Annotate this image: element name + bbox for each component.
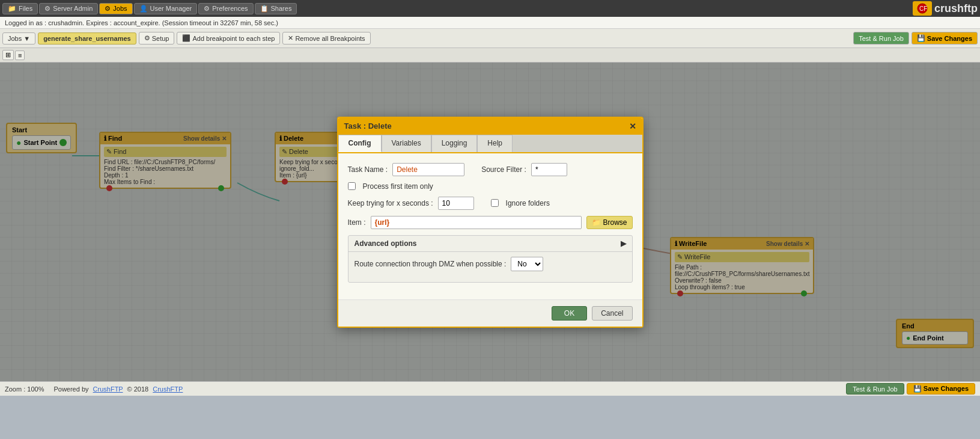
nav-files[interactable]: 📁 Files (2, 3, 38, 14)
svg-text:CF: CF (919, 5, 927, 12)
keep-trying-row: Keep trying for x seconds : Ignore folde… (348, 197, 633, 210)
modal-body: Task Name : Source Filter : Process firs… (338, 153, 642, 299)
advanced-section: Advanced options ▶ Route connection thro… (348, 235, 633, 283)
advanced-header[interactable]: Advanced options ▶ (348, 236, 632, 251)
save-changes-top-button[interactable]: 💾 Save Changes (912, 32, 978, 45)
tab-help[interactable]: Help (477, 135, 513, 152)
nav-server-admin[interactable]: ⚙ Server Admin (39, 3, 98, 14)
route-row: Route connection through DMZ when possib… (355, 257, 626, 271)
route-select[interactable]: No Yes (511, 257, 543, 271)
dropdown-icon: ▼ (23, 35, 30, 42)
modal-close-button[interactable]: ✕ (629, 121, 636, 131)
ok-button[interactable]: OK (552, 306, 587, 321)
app-name: crushftp (934, 2, 978, 15)
files-icon: 📁 (8, 5, 16, 13)
list-view-button[interactable]: ≡ (15, 51, 25, 60)
process-first-row: Process first item only (348, 182, 633, 191)
item-row: Item : 📁 Browse (348, 216, 633, 229)
shares-icon: 📋 (260, 5, 269, 13)
modal-footer: OK Cancel (338, 299, 642, 327)
save-icon: 💾 (917, 34, 925, 42)
setup-icon: ⚙ (144, 34, 150, 42)
modal-title-bar: Task : Delete ✕ (338, 118, 642, 135)
nav-user-manager[interactable]: 👤 User Manager (134, 3, 198, 14)
advanced-body: Route connection through DMZ when possib… (348, 251, 632, 282)
nav-shares[interactable]: 📋 Shares (255, 3, 297, 14)
add-breakpoint-button[interactable]: ⬛ Add breakpoint to each step (177, 32, 280, 45)
nav-preferences[interactable]: ⚙ Preferences (198, 3, 253, 14)
crushftp-link2[interactable]: CrushFTP (153, 385, 183, 393)
canvas: Start ● Start Point ℹ Find Show details … (0, 63, 980, 381)
breakpoint-icon: ⬛ (182, 34, 190, 42)
browse-button[interactable]: 📁 Browse (586, 216, 632, 229)
app-logo-icon: CF (913, 1, 932, 16)
process-first-checkbox[interactable] (348, 182, 356, 190)
jobs-icon: ⚙ (105, 5, 111, 13)
remove-icon: ✕ (288, 34, 293, 42)
item-input[interactable] (371, 216, 582, 229)
chevron-right-icon: ▶ (621, 239, 626, 248)
source-filter-input[interactable] (531, 163, 567, 176)
tab-config[interactable]: Config (338, 135, 382, 152)
folder-icon: 📁 (592, 218, 601, 227)
crushftp-link1[interactable]: CrushFTP (93, 385, 123, 393)
keep-trying-input[interactable] (438, 197, 474, 210)
modal: Task : Delete ✕ Config Variables Logging… (337, 117, 644, 328)
ignore-folders-checkbox[interactable] (491, 199, 499, 207)
pref-icon: ⚙ (204, 5, 210, 13)
small-toolbar: ⊞ ≡ (0, 48, 980, 63)
user-icon: 👤 (139, 5, 148, 13)
test-run-button[interactable]: Test & Run Job (853, 32, 909, 45)
modal-tabs: Config Variables Logging Help (338, 135, 642, 153)
status-bar: Logged in as : crushadmin. Expires : acc… (0, 17, 980, 29)
tab-logging[interactable]: Logging (431, 135, 478, 152)
server-icon: ⚙ (44, 5, 50, 13)
toolbar: Jobs ▼ generate_share_usernames ⚙ Setup … (0, 29, 980, 48)
modal-overlay: Task : Delete ✕ Config Variables Logging… (0, 63, 980, 381)
remove-breakpoints-button[interactable]: ✕ Remove all Breakpoints (282, 32, 370, 45)
grid-view-button[interactable]: ⊞ (2, 50, 14, 60)
save-bottom-icon: 💾 (913, 385, 922, 392)
tab-variables[interactable]: Variables (382, 135, 431, 152)
top-nav: 📁 Files ⚙ Server Admin ⚙ Jobs 👤 User Man… (0, 0, 980, 17)
setup-button[interactable]: ⚙ Setup (139, 32, 175, 45)
job-name: generate_share_usernames (38, 32, 136, 45)
save-changes-bottom-button[interactable]: 💾 Save Changes (907, 383, 975, 394)
test-run-bottom-button[interactable]: Test & Run Job (846, 383, 904, 394)
nav-jobs[interactable]: ⚙ Jobs (99, 3, 132, 14)
task-name-row: Task Name : Source Filter : (348, 163, 633, 176)
cancel-button[interactable]: Cancel (592, 306, 632, 321)
jobs-dropdown[interactable]: Jobs ▼ (2, 32, 35, 45)
bottom-bar: Zoom : 100% Powered by CrushFTP © 2018 C… (0, 381, 980, 396)
zoom-label: Zoom : 100% (5, 385, 44, 393)
task-name-input[interactable] (392, 163, 464, 176)
